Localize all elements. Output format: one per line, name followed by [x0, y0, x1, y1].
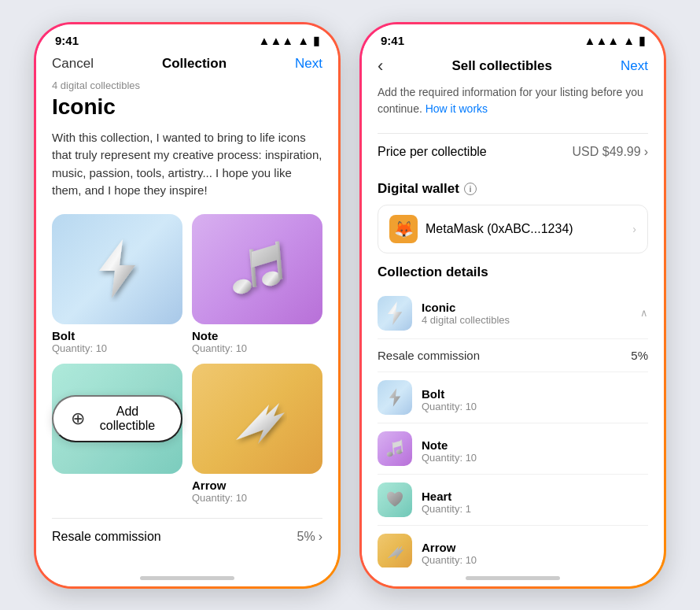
- collection-row-iconic[interactable]: Iconic 4 digital collectibles ∧: [378, 288, 648, 339]
- nft-thumb-bolt-right: [378, 380, 412, 415]
- nft-image-note[interactable]: [192, 214, 322, 324]
- collection-info: Iconic 4 digital collectibles: [422, 301, 631, 326]
- nft-list-item-heart: Heart Quantity: 1: [378, 475, 648, 526]
- metamask-icon: 🦊: [389, 215, 418, 243]
- info-icon[interactable]: i: [464, 183, 477, 195]
- resale-percent: 5%: [297, 530, 315, 544]
- nft-name-arrow: Arrow: [192, 479, 322, 492]
- left-content: 4 digital collectibles Iconic With this …: [36, 79, 338, 563]
- resale-row-right: Resale commission 5%: [378, 339, 648, 372]
- price-value-container: USD $49.99 ›: [573, 145, 649, 159]
- svg-point-7: [386, 451, 393, 457]
- nav-bar-left: Cancel Collection Next: [36, 51, 338, 79]
- wallet-chevron: ›: [632, 223, 636, 235]
- add-collectible-button[interactable]: ⊕ Add collectible: [52, 395, 182, 442]
- home-indicator-right: [466, 576, 560, 580]
- signal-icon: ▲▲▲: [259, 34, 294, 47]
- nft-thumb-arrow-right: [378, 534, 412, 567]
- nft-item-heart: ⊕ Add collectible: [52, 364, 182, 504]
- status-icons-left: ▲▲▲ ▲ ▮: [259, 34, 319, 48]
- wifi-icon: ▲: [297, 34, 309, 47]
- nft-qty-arrow: Quantity: 10: [192, 492, 322, 504]
- nft-qty-note: Quantity: 10: [192, 342, 322, 354]
- add-collectible-label: Add collectible: [91, 405, 164, 433]
- nft-name-note-right: Note: [422, 438, 477, 452]
- nft-name-bolt-right: Bolt: [422, 387, 477, 401]
- nft-item-note: Note Quantity: 10: [192, 214, 322, 354]
- status-icons-right: ▲▲▲ ▲ ▮: [584, 34, 645, 48]
- how-it-works-link[interactable]: How it works: [426, 102, 488, 115]
- resale-commission-row[interactable]: Resale commission 5% ›: [52, 518, 322, 555]
- battery-icon: ▮: [313, 34, 319, 48]
- back-button[interactable]: ‹: [378, 56, 383, 76]
- resale-value-right: 5%: [631, 349, 648, 362]
- nft-image-bolt[interactable]: [52, 214, 182, 324]
- signal-icon-right: ▲▲▲: [584, 34, 620, 47]
- resale-value: 5% ›: [297, 530, 322, 544]
- nft-qty-arrow-right: Quantity: 10: [422, 554, 477, 566]
- wifi-icon-right: ▲: [623, 34, 635, 47]
- nft-name-arrow-right: Arrow: [422, 541, 477, 554]
- wallet-name: MetaMask (0xABC...1234): [426, 222, 573, 236]
- status-bar-left: 9:41 ▲▲▲ ▲ ▮: [36, 24, 338, 51]
- wallet-section-title: Digital wallet i: [378, 181, 648, 197]
- resale-note: If a collectible from this collection is…: [52, 555, 322, 563]
- svg-marker-6: [389, 388, 400, 407]
- collection-sub: 4 digital collectibles: [422, 314, 631, 326]
- left-phone: 9:41 ▲▲▲ ▲ ▮ Cancel Collection Next 4 di…: [34, 22, 341, 589]
- home-indicator-left: [140, 576, 234, 580]
- nft-qty-bolt: Quantity: 10: [52, 342, 182, 354]
- nft-item-arrow: Arrow Quantity: 10: [192, 364, 322, 504]
- plus-icon: ⊕: [71, 410, 85, 427]
- nft-info-note-right: Note Quantity: 10: [422, 434, 477, 464]
- battery-icon-right: ▮: [639, 34, 645, 48]
- nav-title-right: Sell collectibles: [451, 58, 552, 74]
- nft-info-heart-right: Heart Quantity: 1: [422, 485, 471, 515]
- cancel-button[interactable]: Cancel: [52, 56, 94, 72]
- time-right: 9:41: [381, 34, 404, 47]
- resale-label-right: Resale commission: [378, 349, 480, 362]
- time-left: 9:41: [55, 34, 79, 47]
- collection-description: With this collection, I wanted to bring …: [52, 129, 322, 200]
- nft-qty-heart-right: Quantity: 1: [422, 503, 471, 515]
- price-value: USD $49.99: [573, 145, 641, 159]
- collection-details-section: Collection details: [378, 264, 648, 567]
- next-button-right[interactable]: Next: [621, 58, 648, 74]
- price-label: Price per collectible: [378, 145, 487, 159]
- wallet-left: 🦊 MetaMask (0xABC...1234): [389, 215, 573, 243]
- nft-name-heart-right: Heart: [422, 490, 471, 503]
- chevron-up-icon: ∧: [640, 307, 648, 319]
- svg-marker-0: [99, 239, 135, 298]
- resale-chevron: ›: [319, 530, 322, 544]
- nft-qty-note-right: Quantity: 10: [422, 452, 477, 464]
- nft-thumb-note-right: [378, 431, 412, 466]
- nft-qty-bolt-right: Quantity: 10: [422, 401, 477, 412]
- collection-subtitle: 4 digital collectibles: [52, 79, 322, 91]
- nft-list-item-note: Note Quantity: 10: [378, 423, 648, 475]
- svg-point-1: [231, 277, 253, 296]
- collection-name: Iconic: [422, 301, 631, 314]
- price-row[interactable]: Price per collectible USD $49.99 ›: [378, 133, 648, 170]
- nft-grid: Bolt Quantity: 10: [52, 214, 322, 504]
- nft-name-note: Note: [192, 329, 322, 342]
- nft-info-arrow-right: Arrow Quantity: 10: [422, 536, 477, 566]
- next-button-left[interactable]: Next: [295, 56, 322, 72]
- sell-description: Add the required information for your li…: [378, 84, 648, 120]
- nft-item-bolt: Bolt Quantity: 10: [52, 214, 182, 354]
- nft-list-item-bolt: Bolt Quantity: 10: [378, 372, 648, 423]
- nft-list-item-arrow: Arrow Quantity: 10: [378, 526, 648, 567]
- resale-label: Resale commission: [52, 530, 161, 544]
- status-bar-right: 9:41 ▲▲▲ ▲ ▮: [362, 24, 664, 51]
- nav-title-left: Collection: [162, 56, 227, 72]
- right-content: Add the required information for your li…: [362, 84, 664, 567]
- wallet-row[interactable]: 🦊 MetaMask (0xABC...1234) ›: [378, 205, 648, 253]
- nft-image-arrow[interactable]: [192, 364, 322, 474]
- nft-info-bolt-right: Bolt Quantity: 10: [422, 383, 477, 412]
- right-phone: 9:41 ▲▲▲ ▲ ▮ ‹ Sell collectibles Next Ad…: [359, 22, 666, 589]
- nft-name-bolt: Bolt: [52, 329, 182, 342]
- add-overlay: ⊕ Add collectible: [52, 364, 182, 474]
- collection-title: Iconic: [52, 94, 322, 120]
- price-chevron: ›: [644, 145, 648, 159]
- nft-thumb-heart-right: [378, 482, 412, 517]
- collection-thumb: [378, 296, 412, 331]
